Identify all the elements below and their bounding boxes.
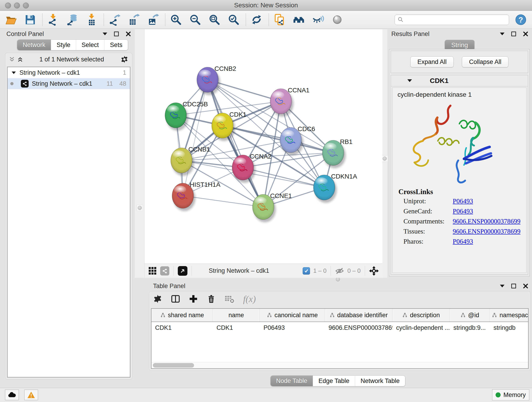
network-edge[interactable] [222, 126, 333, 153]
export-image-icon[interactable] [147, 14, 159, 26]
zoom-out-icon[interactable] [189, 14, 201, 26]
close-panel-icon[interactable] [523, 283, 528, 289]
table-cell[interactable]: cyclin-dependent ... [393, 324, 450, 332]
gene-description: cyclin-dependent kinase 1 [398, 91, 526, 98]
table-cell[interactable]: stringdb:9... [450, 324, 490, 332]
export-network-icon[interactable] [109, 14, 120, 26]
show-columns-icon[interactable] [171, 294, 180, 304]
zoom-fit-icon[interactable] [209, 14, 220, 26]
pan-navigate-icon[interactable] [369, 266, 379, 276]
zoom-in-icon[interactable] [170, 14, 182, 26]
crosslink-link[interactable]: 9606.ENSP00000378699 [453, 217, 520, 225]
selected-items-checkbox[interactable] [303, 267, 310, 274]
table-panel-title: Table Panel [153, 283, 185, 290]
gene-section-header[interactable]: CDK1 [391, 75, 528, 86]
table-cell[interactable]: CDK1 [213, 324, 260, 332]
tab-node-table[interactable]: Node Table [271, 376, 313, 386]
panel-menu-icon[interactable] [500, 285, 505, 287]
float-panel-icon[interactable] [511, 31, 516, 37]
crosslink-link[interactable]: P06493 [453, 238, 473, 245]
current-network-title: String Network – cdk1 [209, 267, 269, 274]
network-view[interactable]: CCNB2CCNA1CDC25BCDK1CDC6RB1CCNB1CCNA2CDK… [144, 29, 382, 278]
network-selection-status: 1 of 1 Network selected [23, 56, 120, 63]
table-cell[interactable]: stringdb [490, 324, 529, 332]
search-box[interactable] [394, 14, 509, 25]
toolbar-separator [104, 13, 104, 26]
column-header-shared-name[interactable]: shared name [152, 309, 213, 322]
toolbar-separator [165, 13, 165, 26]
close-panel-icon[interactable] [523, 31, 528, 37]
import-network-icon[interactable] [47, 14, 59, 26]
left-splitter[interactable] [135, 29, 144, 278]
float-panel-icon[interactable] [511, 283, 516, 289]
export-table-icon[interactable] [128, 14, 140, 26]
cloud-status-button[interactable] [5, 390, 19, 400]
title-bar: Session: New Session [0, 0, 532, 11]
tab-network[interactable]: Network [17, 40, 51, 50]
network-edge[interactable] [183, 80, 208, 196]
birds-eye-view-icon[interactable] [148, 267, 157, 275]
network-row-selected[interactable]: String Network – cdk1 11 48 [7, 78, 130, 89]
column-header--id[interactable]: @id [450, 309, 490, 322]
collection-expand-icon[interactable] [12, 71, 16, 74]
delete-column-icon[interactable] [206, 294, 216, 304]
crosslink-row: GeneCard:P06493 [404, 206, 526, 216]
crosslink-row: Pharos:P06493 [404, 236, 526, 246]
tab-select[interactable]: Select [76, 40, 104, 50]
column-header-name[interactable]: name [213, 309, 260, 322]
tab-style[interactable]: Style [51, 40, 76, 50]
collapse-all-button[interactable]: Collapse All [462, 56, 508, 67]
float-panel-icon[interactable] [114, 31, 119, 37]
clone-network-icon[interactable] [273, 14, 285, 26]
hide-selected-icon[interactable] [312, 14, 324, 26]
network-view-toolbar: String Network – cdk1 1 – 0 0 – 0 [145, 264, 382, 278]
network-type-icon[interactable] [160, 266, 169, 275]
save-session-icon[interactable] [24, 14, 36, 26]
close-panel-icon[interactable] [126, 31, 131, 37]
expand-all-button[interactable]: Expand All [410, 56, 454, 67]
table-options-gear-icon[interactable] [153, 294, 162, 304]
network-canvas[interactable]: CCNB2CCNA1CDC25BCDK1CDC6RB1CCNB1CCNA2CDK… [145, 29, 382, 264]
crosslink-link[interactable]: P06493 [453, 197, 473, 205]
crosslink-link[interactable]: P06493 [453, 207, 473, 215]
import-network-database-icon[interactable] [66, 14, 78, 26]
network-options-gear-icon[interactable] [120, 55, 128, 64]
column-header-description[interactable]: description [393, 309, 450, 322]
collapse-all-networks-icon[interactable] [9, 56, 15, 62]
right-splitter[interactable] [382, 29, 387, 278]
table-row[interactable]: CDK1CDK1P064939606.ENSP00000378699cyclin… [152, 322, 528, 333]
import-table-icon[interactable] [86, 14, 98, 26]
memory-button[interactable]: Memory [492, 389, 529, 400]
add-column-icon[interactable] [189, 294, 198, 304]
expand-all-networks-icon[interactable] [17, 56, 23, 62]
column-header-database-identifier[interactable]: database identifier [325, 309, 393, 322]
tab-edge-table[interactable]: Edge Table [313, 376, 355, 386]
status-bar: Memory [0, 388, 532, 402]
table-horizontal-scrollbar[interactable] [152, 362, 528, 368]
tab-network-table[interactable]: Network Table [355, 376, 405, 386]
scrollbar-thumb[interactable] [153, 363, 194, 368]
crosslink-link[interactable]: 9606.ENSP00000378699 [453, 228, 520, 235]
column-header-canonical-name[interactable]: canonical name [260, 309, 325, 322]
table-cell[interactable]: CDK1 [152, 324, 213, 332]
gene-collapse-icon[interactable] [407, 79, 412, 82]
panel-menu-icon[interactable] [103, 32, 107, 35]
panel-menu-icon[interactable] [500, 32, 505, 35]
control-panel: Control Panel Network Style Select Sets … [2, 29, 135, 380]
refresh-icon[interactable] [251, 14, 263, 26]
zoom-selected-icon[interactable] [228, 14, 240, 26]
left-splitter-handle[interactable] [137, 205, 143, 211]
show-all-icon[interactable] [331, 14, 343, 26]
tab-sets[interactable]: Sets [104, 40, 128, 50]
open-in-browser-icon[interactable] [178, 266, 187, 276]
table-cell[interactable]: 9606.ENSP00000378699 [325, 324, 393, 332]
open-session-icon[interactable] [5, 14, 17, 26]
help-icon[interactable]: ? [515, 14, 526, 26]
column-header-namespace[interactable]: namespace [490, 309, 529, 322]
network-collection-row[interactable]: String Network – cdk1 1 [7, 67, 130, 78]
search-input[interactable] [404, 16, 509, 23]
table-cell[interactable]: P06493 [260, 324, 325, 332]
first-neighbors-icon[interactable] [293, 14, 305, 26]
warnings-button[interactable] [24, 390, 38, 400]
right-splitter-handle[interactable] [381, 155, 388, 162]
